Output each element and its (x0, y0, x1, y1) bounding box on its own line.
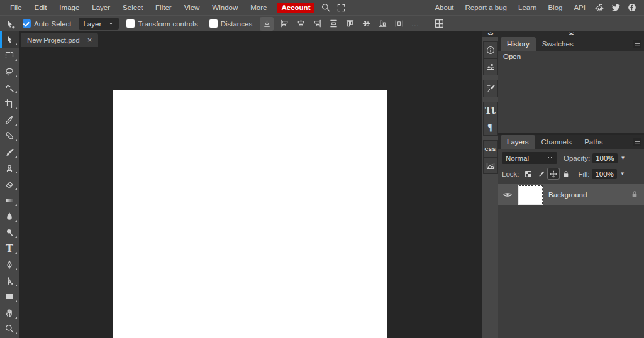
opacity-value[interactable]: 100% (592, 153, 617, 163)
fill-dropdown-arrow[interactable]: ▼ (620, 171, 625, 177)
lock-all-button[interactable] (560, 168, 572, 179)
account-button[interactable]: Account (277, 3, 314, 13)
menu-more[interactable]: More (244, 0, 273, 15)
search-icon (321, 3, 331, 13)
opacity-dropdown-arrow[interactable]: ▼ (621, 155, 626, 161)
history-item[interactable]: Open (498, 51, 644, 62)
menu-select[interactable]: Select (116, 0, 149, 15)
tool-eyedropper[interactable] (0, 112, 19, 128)
auto-align-button[interactable] (260, 17, 274, 31)
history-panel-menu-button[interactable] (633, 40, 641, 48)
tool-brush[interactable] (0, 144, 19, 160)
tool-crop[interactable] (0, 95, 19, 112)
dock-expand-button[interactable]: <> (482, 31, 498, 37)
link-api[interactable]: API (568, 0, 591, 15)
lock-pixels-button[interactable] (535, 168, 547, 179)
layer-thumbnail[interactable] (519, 185, 543, 204)
reddit-icon[interactable] (592, 0, 606, 15)
layers-tab-channels[interactable]: Channels (535, 135, 579, 149)
menu-file[interactable]: File (4, 0, 28, 15)
lock-transparency-button[interactable] (523, 168, 534, 179)
auto-select-checkbox[interactable]: Auto-Select (23, 19, 71, 28)
distribute-v-button[interactable] (326, 17, 340, 31)
tool-eraser[interactable] (0, 176, 19, 192)
tool-clone-stamp[interactable] (0, 160, 19, 177)
tool-spot-heal[interactable] (0, 128, 19, 144)
distances-checkbox-slot: Distances (206, 19, 257, 28)
history-tab-swatches[interactable]: Swatches (536, 37, 580, 51)
layers-tab-layers[interactable]: Layers (501, 135, 535, 149)
tool-marquee-select[interactable] (0, 48, 19, 64)
link-report-a-bug[interactable]: Report a bug (460, 0, 513, 15)
distances-checkbox[interactable]: Distances (209, 19, 253, 28)
align-top-button[interactable] (343, 17, 357, 31)
dock-image-button[interactable] (484, 157, 497, 173)
tool-magic-wand[interactable] (0, 80, 19, 96)
facebook-icon[interactable] (625, 0, 639, 15)
link-blog[interactable]: Blog (542, 0, 568, 15)
tool-rectangle-shape[interactable] (0, 289, 19, 305)
tool-zoom[interactable] (0, 321, 19, 337)
more-options-button[interactable]: ... (409, 20, 421, 28)
dock-info-button[interactable] (484, 42, 497, 58)
search-button[interactable] (318, 0, 333, 15)
fullscreen-button[interactable] (333, 0, 348, 15)
menu-image[interactable]: Image (53, 0, 86, 15)
dock-group (483, 41, 498, 75)
top-links: AboutReport a bugLearnBlogAPI (429, 0, 591, 15)
blend-mode-select[interactable]: Normal (502, 152, 557, 164)
dock-adjustments-button[interactable] (484, 58, 497, 75)
distribute-h-icon (394, 19, 404, 28)
tool-gradient[interactable] (0, 192, 19, 209)
document-tab[interactable]: New Project.psd × (21, 33, 98, 47)
path-select-icon (4, 276, 14, 286)
history-tab-history[interactable]: History (501, 37, 536, 51)
fill-value[interactable]: 100% (592, 169, 616, 179)
menu-view[interactable]: View (178, 0, 206, 15)
menu-layer[interactable]: Layer (86, 0, 116, 15)
align-bottom-button[interactable] (375, 17, 389, 31)
menu-window[interactable]: Window (206, 0, 244, 15)
close-icon[interactable]: × (87, 36, 92, 44)
menu-edit[interactable]: Edit (28, 0, 53, 15)
dock-brush-settings-button[interactable] (484, 80, 497, 97)
visibility-toggle[interactable] (502, 190, 513, 200)
dock-css-button[interactable]: CSS (484, 141, 497, 157)
target-dropdown[interactable]: Layer (79, 18, 119, 30)
align-center-h-button[interactable] (294, 17, 308, 31)
menu-filter[interactable]: Filter (149, 0, 178, 15)
layer-list: Background (498, 179, 644, 205)
history-list: Open (498, 51, 644, 62)
twitter-icon[interactable] (609, 0, 623, 15)
tool-pen[interactable] (0, 256, 19, 273)
distribute-h-button[interactable] (392, 17, 406, 31)
opacity-label: Opacity: (564, 155, 590, 162)
align-right-button[interactable] (310, 17, 324, 31)
grid-view-button[interactable] (433, 17, 447, 31)
checkbox-box (23, 19, 31, 28)
document-canvas[interactable] (113, 90, 387, 338)
magic-wand-icon (4, 83, 14, 93)
tool-type[interactable]: T (0, 241, 19, 257)
panels-collapse-button[interactable]: >< (498, 31, 644, 37)
link-about[interactable]: About (429, 0, 459, 15)
tool-dodge[interactable] (0, 224, 19, 241)
lasso-icon (4, 67, 14, 77)
tool-hand[interactable] (0, 305, 19, 321)
layer-row[interactable]: Background (498, 184, 644, 205)
dock-paragraph-button[interactable]: ¶ (484, 119, 497, 135)
align-middle-button[interactable] (359, 17, 373, 31)
layers-tab-paths[interactable]: Paths (578, 135, 609, 149)
align-buttons (277, 17, 406, 31)
dock-character-button[interactable]: Tt (484, 102, 497, 119)
tool-path-select[interactable] (0, 273, 19, 289)
tool-lasso[interactable] (0, 63, 19, 80)
transform-controls-checkbox[interactable]: Transform controls (126, 19, 197, 28)
link-learn[interactable]: Learn (513, 0, 542, 15)
tool-move[interactable] (0, 31, 19, 48)
layers-panel-menu-button[interactable] (633, 138, 641, 146)
align-left-button[interactable] (277, 17, 291, 31)
tool-blur[interactable] (0, 209, 19, 225)
auto-select-checkbox-slot: Auto-Select (19, 19, 75, 28)
lock-position-button[interactable] (548, 168, 559, 179)
